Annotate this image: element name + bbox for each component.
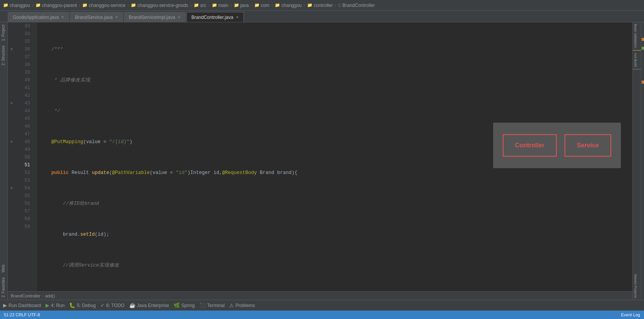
left-panels: 1: Project 2: Structure Web 2: Favorites [0, 22, 8, 300]
spring-icon: 🌿 [174, 302, 180, 308]
sidebar-item-project[interactable]: 1: Project [0, 22, 7, 43]
toolbar-problems[interactable]: ⚠ Problems [229, 302, 255, 308]
breadcrumb-class: BrandController [11, 294, 41, 298]
fold-icon[interactable]: ▼ [10, 186, 13, 191]
sidebar-item-bean-validation[interactable]: Bean Validation [633, 22, 641, 49]
code-line: //调用Service实现修改 [40, 262, 632, 269]
sidebar-item-structure[interactable]: 2: Structure [0, 43, 7, 68]
problems-icon: ⚠ [229, 302, 234, 308]
title-bar: 📁 changgou › 📁 changgou-parent › 📁 chang… [0, 0, 644, 11]
code-line: /*** [40, 46, 632, 53]
todo-icon: ✓ [100, 302, 105, 308]
line-numbers: 33 34 35 36 37 38 39 40 41 42 43 44 45 4… [15, 22, 37, 291]
tabs-bar: GoodsApplication.java ✕ BrandService.jav… [0, 11, 644, 22]
tab-close-icon[interactable]: ✕ [177, 15, 181, 19]
tab-close-icon[interactable]: ✕ [61, 15, 64, 19]
toolbar-run[interactable]: ▶ 4: Run [46, 302, 64, 308]
main-area: 1: Project 2: Structure Web 2: Favorites… [0, 22, 644, 300]
popup-service-button[interactable]: Service [565, 134, 611, 157]
fold-icon[interactable]: ▼ [10, 140, 13, 144]
popup-controller-button[interactable]: Controller [503, 134, 557, 157]
code-line: //将ID给brand [40, 200, 632, 208]
tab-close-icon[interactable]: ✕ [115, 15, 118, 19]
editor-gutter: ▼ ▼ ▼ ▼ [8, 22, 15, 291]
status-bar: 51:22 CRLF UTF-8 Event Log [0, 311, 644, 319]
right-panels: Bean Validation Ant Build Maven Projects [632, 22, 641, 300]
toolbar: ▶ Run Dashboard ▶ 4: Run 🐛 5: Debug ✓ 6:… [0, 300, 644, 311]
sidebar-item-ant-build[interactable]: Ant Build [633, 51, 641, 68]
status-right[interactable]: Event Log [621, 312, 640, 317]
code-line: */ [40, 107, 632, 115]
tab-brand-service-impl[interactable]: BrandServiceImpl.java ✕ [124, 12, 186, 22]
tab-close-icon[interactable]: ✕ [236, 15, 239, 19]
toolbar-java-enterprise[interactable]: ☕ Java Enterprise [129, 302, 169, 308]
fold-icon[interactable]: ▼ [10, 47, 13, 52]
code-line: brand.setId(id); [40, 231, 632, 238]
breadcrumb-method: add() [45, 294, 55, 298]
toolbar-run-dashboard[interactable]: ▶ Run Dashboard [3, 302, 41, 308]
sidebar-item-favorites[interactable]: 2: Favorites [0, 275, 7, 300]
popup-overlay: Controller Service [493, 123, 621, 168]
toolbar-spring[interactable]: 🌿 Spring [174, 302, 195, 308]
tab-brand-service[interactable]: BrandService.java ✕ [70, 12, 123, 22]
toolbar-debug[interactable]: 🐛 5: Debug [69, 302, 96, 308]
editor-container: ▼ ▼ ▼ ▼ [8, 22, 632, 300]
code-line: public Result update(@PathVariable(value… [40, 169, 632, 177]
status-left: 51:22 CRLF UTF-8 [4, 312, 40, 317]
toolbar-terminal[interactable]: ⬛ Terminal [199, 302, 225, 308]
terminal-icon: ⬛ [199, 302, 206, 308]
sidebar-item-web[interactable]: Web [0, 262, 7, 275]
editor-scrollbar[interactable] [641, 22, 644, 300]
code-line: * 品牌修改实现 [40, 76, 632, 84]
run-dashboard-icon: ▶ [3, 302, 7, 308]
sidebar-item-maven-projects[interactable]: Maven Projects [633, 273, 641, 300]
toolbar-todo[interactable]: ✓ 6: TODO [100, 302, 125, 308]
java-enterprise-icon: ☕ [129, 302, 135, 308]
run-icon: ▶ [46, 302, 49, 308]
fold-icon[interactable]: ▼ [10, 101, 13, 106]
tab-goods-application[interactable]: GoodsApplication.java ✕ [8, 12, 69, 22]
breadcrumb-bar: BrandController › add() [8, 291, 632, 300]
debug-icon: 🐛 [69, 302, 75, 308]
tab-brand-controller[interactable]: BrandController.java ✕ [186, 12, 244, 22]
title-breadcrumb: 📁 changgou › 📁 changgou-parent › 📁 chang… [3, 3, 375, 8]
